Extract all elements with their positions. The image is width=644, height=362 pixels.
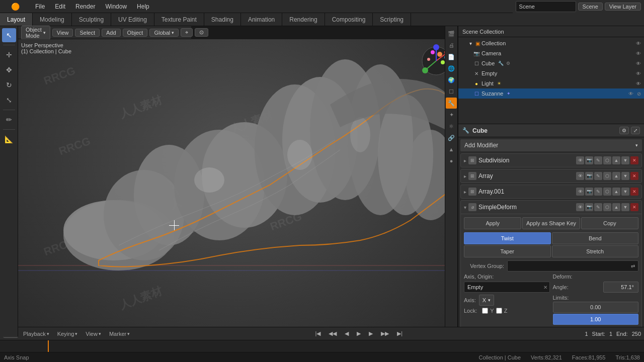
lock-y-checkbox[interactable]	[482, 308, 488, 314]
sd-realtime-btn[interactable]: 👁	[576, 203, 584, 211]
material-btn[interactable]: ●	[446, 155, 457, 166]
menu-render[interactable]: Render	[70, 0, 100, 13]
view-layer-props-btn[interactable]: 📄	[446, 51, 457, 62]
object-props-btn[interactable]: ☐	[446, 86, 457, 97]
sd-edit-btn[interactable]: ✎	[594, 203, 602, 211]
play-btn[interactable]: ▶	[354, 329, 364, 339]
marker-menu[interactable]: Marker ▾	[106, 329, 133, 339]
limits-low-bar[interactable]: 0.00	[553, 302, 639, 313]
object-menu[interactable]: Object	[123, 29, 148, 37]
viewport-3d[interactable]: RRCG 人人素材 RRCG 人人素材 RRCG 人人素材 RRCG 人人素材	[18, 39, 458, 337]
modifier-simpledeform-header[interactable]: ▾ ⌀ SimpleDeform 👁 📷 ✎ ⬡ ▲ ▼ ✕	[461, 201, 641, 214]
modifier-array-header[interactable]: ▸ ⊞ Array 👁 📷 ✎ ⬡ ▲ ▼ ✕	[461, 169, 641, 183]
vertex-group-field[interactable]: ⇄	[507, 260, 638, 272]
tab-sculpting[interactable]: Sculpting	[72, 13, 111, 26]
subdiv-delete-btn[interactable]: ✕	[630, 156, 638, 164]
axis-select[interactable]: X ▾	[479, 295, 494, 306]
outliner-item-cube[interactable]: ☐ Cube 🔧 ⚙ 👁	[458, 58, 644, 68]
modifier-subdivision-header[interactable]: ▸ ⊞ Subdivision 👁 📷 ✎ ⬡ ▲ ▼ ✕	[461, 154, 641, 167]
array-delete-btn[interactable]: ✕	[630, 172, 638, 180]
proportional-btn[interactable]: ⊙	[195, 28, 208, 37]
measure-tool[interactable]: 📐	[2, 132, 16, 146]
select-tool[interactable]: ↖	[2, 28, 16, 42]
menu-file[interactable]: File	[30, 0, 50, 13]
camera-eye-icon[interactable]: 👁	[636, 51, 641, 56]
sd-up-btn[interactable]: ▲	[612, 203, 620, 211]
constraints-btn[interactable]: 🔗	[446, 132, 457, 143]
apply-btn[interactable]: Apply	[464, 217, 521, 229]
array001-render-btn[interactable]: 📷	[585, 188, 593, 196]
array-cage-btn[interactable]: ⬡	[603, 172, 611, 180]
array-up-btn[interactable]: ▲	[612, 172, 620, 180]
subdiv-edit-btn[interactable]: ✎	[594, 156, 602, 164]
light-eye-icon[interactable]: 👁	[636, 81, 641, 86]
copy-btn[interactable]: Copy	[581, 217, 638, 229]
subdiv-realtime-btn[interactable]: 👁	[576, 156, 584, 164]
timeline-bar[interactable]	[0, 340, 644, 352]
scale-tool[interactable]: ⤡	[2, 93, 16, 107]
outliner-item-suzanne[interactable]: ☐ Suzanne ✦ 👁 ⊘	[458, 88, 644, 99]
array-down-btn[interactable]: ▼	[621, 172, 629, 180]
sd-delete-btn[interactable]: ✕	[630, 203, 638, 211]
subdiv-up-btn[interactable]: ▲	[612, 156, 620, 164]
view-menu[interactable]: View ▾	[83, 329, 104, 339]
output-props-btn[interactable]: 🖨	[446, 40, 457, 51]
add-menu[interactable]: Add	[102, 29, 121, 37]
array001-edit-btn[interactable]: ✎	[594, 188, 602, 196]
physics-btn[interactable]: ⚛	[446, 121, 457, 132]
tab-uv-editing[interactable]: UV Editing	[111, 13, 154, 26]
select-menu[interactable]: Select	[75, 29, 100, 37]
world-props-btn[interactable]: 🌍	[446, 74, 457, 85]
menu-edit[interactable]: Edit	[50, 0, 70, 13]
view-layer-btn[interactable]: View Layer	[605, 3, 641, 11]
menu-help[interactable]: Help	[132, 0, 154, 13]
array001-cage-btn[interactable]: ⬡	[603, 188, 611, 196]
jump-end-btn[interactable]: ▶|	[394, 329, 406, 339]
limits-high-bar[interactable]: 1.00	[553, 314, 639, 325]
mode-select[interactable]: Object Mode ▾	[21, 26, 50, 40]
modifier-props-btn active[interactable]: 🔧	[446, 98, 457, 109]
vertex-group-swap-icon[interactable]: ⇄	[631, 263, 635, 269]
object-data-btn[interactable]: ▲	[446, 144, 457, 155]
taper-btn[interactable]: Taper	[464, 245, 551, 257]
array001-realtime-btn[interactable]: 👁	[576, 188, 584, 196]
empty-origin-field[interactable]: Empty ✕	[464, 282, 550, 293]
modifier-array001-header[interactable]: ▸ ⊞ Array.001 👁 📷 ✎ ⬡ ▲ ▼ ✕	[461, 185, 641, 198]
particles-btn[interactable]: ✦	[446, 109, 457, 120]
menu-window[interactable]: Window	[100, 0, 132, 13]
sd-render-btn[interactable]: 📷	[585, 203, 593, 211]
prop-settings-btn[interactable]: ⚙	[619, 127, 629, 134]
tab-compositing[interactable]: Compositing	[325, 13, 373, 26]
outliner-item-empty[interactable]: ✕ Empty 👁	[458, 68, 644, 78]
array001-up-btn[interactable]: ▲	[612, 188, 620, 196]
subdiv-cage-btn[interactable]: ⬡	[603, 156, 611, 164]
prop-expand-btn[interactable]: ⤢	[631, 127, 640, 134]
tab-scripting[interactable]: Scripting	[373, 13, 411, 26]
cube-eye-icon[interactable]: 👁	[636, 61, 641, 66]
add-modifier-btn[interactable]: Add Modifier ▾	[460, 139, 642, 151]
tab-rendering[interactable]: Rendering	[282, 13, 325, 26]
empty-origin-clear[interactable]: ✕	[543, 285, 547, 290]
next-frame-btn[interactable]: ▶	[366, 329, 376, 339]
array-render-btn[interactable]: 📷	[585, 172, 593, 180]
view-menu[interactable]: View	[52, 29, 73, 37]
angle-value-field[interactable]: 57.1°	[603, 282, 638, 293]
scene-btn[interactable]: Scene	[578, 3, 603, 11]
render-props-btn[interactable]: 🎬	[446, 28, 457, 39]
cursor-tool[interactable]: ✛	[2, 48, 16, 62]
twist-btn[interactable]: Twist	[464, 232, 551, 244]
rotate-tool[interactable]: ↻	[2, 78, 16, 92]
keying-menu[interactable]: Keying ▾	[54, 329, 81, 339]
tab-modeling[interactable]: Modeling	[33, 13, 72, 26]
array-realtime-btn[interactable]: 👁	[576, 172, 584, 180]
subdiv-down-btn[interactable]: ▼	[621, 156, 629, 164]
outliner-item-light[interactable]: ● Light ☀ 👁	[458, 78, 644, 88]
suzanne-eye-icon[interactable]: 👁	[628, 91, 633, 97]
stretch-btn[interactable]: Stretch	[552, 245, 639, 257]
suzanne-hide-viewport-icon[interactable]: ⊘	[637, 91, 641, 97]
transform-orientation[interactable]: Global ▾	[149, 29, 179, 37]
move-tool[interactable]: ✥	[2, 63, 16, 77]
prev-key-btn[interactable]: ◀◀	[326, 329, 340, 339]
tab-texture-paint[interactable]: Texture Paint	[154, 13, 204, 26]
tab-layout[interactable]: Layout	[0, 13, 33, 26]
